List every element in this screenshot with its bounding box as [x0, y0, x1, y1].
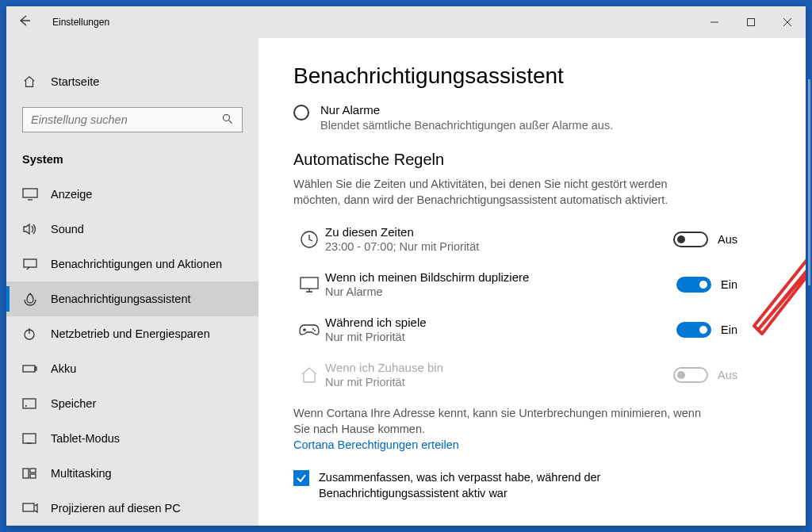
rule-label: Wenn ich Zuhause bin [325, 361, 673, 374]
svg-rect-6 [35, 367, 36, 370]
svg-rect-15 [301, 277, 318, 289]
sidebar-item-power[interactable]: Netzbetrieb und Energiesparen [6, 316, 259, 351]
svg-rect-5 [23, 366, 35, 372]
rule-home: Wenn ich Zuhause bin Nur mit Priorität A… [293, 361, 737, 388]
search-input-wrap[interactable] [22, 107, 243, 132]
toggle-label: Ein [721, 323, 737, 336]
sidebar-item-label: Anzeige [51, 188, 92, 201]
home-icon [22, 75, 51, 89]
maximize-button[interactable] [733, 6, 769, 38]
radio-desc: Blendet sämtliche Benachrichtigungen auß… [320, 119, 613, 132]
svg-point-17 [314, 330, 316, 331]
game-icon [293, 322, 325, 338]
toggle-home [673, 367, 708, 383]
sidebar-item-label: Benachrichtigungsassistent [51, 293, 191, 305]
sidebar-item-storage[interactable]: Speicher [6, 386, 259, 421]
focus-assist-icon [22, 292, 51, 306]
cortana-permissions-link[interactable]: Cortana Berechtigungen erteilen [293, 438, 771, 451]
svg-rect-3 [24, 259, 36, 267]
page-title: Benachrichtigungsassistent [293, 63, 771, 89]
sidebar-item-label: Tablet-Modus [51, 432, 120, 445]
settings-window: Einstellungen Startseite System [6, 6, 806, 526]
monitor-icon [293, 276, 325, 293]
window-title: Einstellungen [40, 17, 109, 28]
close-button[interactable] [769, 6, 806, 38]
svg-rect-9 [23, 434, 36, 443]
summary-checkbox-row[interactable]: Zusammenfassen, was ich verpasst habe, w… [293, 470, 706, 501]
rule-desc: 23:00 - 07:00; Nur mit Priorität [325, 240, 673, 253]
sidebar-item-battery[interactable]: Akku [6, 351, 259, 386]
sidebar-item-label: Netzbetrieb und Energiesparen [51, 327, 210, 340]
auto-rules-desc: Wählen Sie die Zeiten und Aktivitäten, b… [293, 177, 706, 208]
sidebar-item-notifications[interactable]: Benachrichtigungen und Aktionen [6, 247, 259, 281]
home-link[interactable]: Startseite [6, 63, 259, 99]
auto-rules-heading: Automatische Regeln [293, 151, 771, 169]
rule-desc: Nur mit Priorität [325, 331, 676, 343]
back-arrow-icon [17, 13, 32, 28]
sidebar: Startseite System Anzeige Sound [6, 38, 259, 526]
rule-gaming[interactable]: Während ich spiele Nur mit Priorität Ein [293, 316, 737, 343]
back-button[interactable] [17, 13, 40, 32]
search-icon [221, 113, 234, 128]
checkbox-label: Zusammenfassen, was ich verpasst habe, w… [319, 470, 706, 501]
priority-alarms-only-radio-row[interactable]: Nur Alarme Blendet sämtliche Benachricht… [293, 103, 706, 132]
battery-icon [22, 363, 51, 374]
content-pane[interactable]: Benachrichtigungsassistent Nur Alarme Bl… [259, 38, 806, 526]
sidebar-item-label: Akku [51, 362, 76, 375]
svg-point-8 [25, 405, 27, 407]
section-label: System [6, 145, 259, 177]
sidebar-item-sound[interactable]: Sound [6, 212, 259, 247]
radio-icon[interactable] [293, 105, 309, 121]
sound-icon [22, 223, 51, 235]
svg-rect-7 [23, 399, 36, 408]
svg-rect-2 [23, 189, 37, 197]
sidebar-item-label: Sound [51, 223, 84, 235]
checkbox-icon[interactable] [293, 470, 309, 486]
storage-icon [22, 398, 51, 409]
rule-label: Während ich spiele [325, 316, 676, 329]
sidebar-item-label: Multitasking [51, 467, 112, 480]
svg-rect-13 [23, 503, 34, 511]
rule-label: Zu diesen Zeiten [325, 225, 673, 239]
titlebar: Einstellungen [6, 6, 806, 38]
sidebar-item-label: Benachrichtigungen und Aktionen [51, 258, 222, 270]
desktop-scrollbar[interactable] [808, 79, 810, 285]
sidebar-item-display[interactable]: Anzeige [6, 177, 259, 212]
sidebar-item-multitask[interactable]: Multitasking [6, 456, 259, 491]
rule-desc: Nur Alarme [325, 285, 676, 298]
search-input[interactable] [31, 113, 221, 126]
sidebar-item-label: Projizieren auf diesen PC [51, 502, 181, 515]
multitask-icon [22, 468, 51, 479]
clock-icon [293, 229, 325, 250]
sidebar-item-label: Speicher [51, 397, 96, 410]
power-icon [22, 327, 51, 341]
home-icon [293, 366, 325, 385]
toggle-label: Ein [721, 278, 737, 291]
nav-list: Anzeige Sound Benachrichtigungen und Akt… [6, 177, 259, 526]
home-label: Startseite [51, 75, 99, 88]
toggle-label: Aus [718, 233, 737, 246]
rule-times[interactable]: Zu diesen Zeiten 23:00 - 07:00; Nur mit … [293, 225, 737, 253]
project-icon [22, 503, 51, 514]
minimize-button[interactable] [696, 6, 733, 38]
display-icon [22, 188, 51, 201]
svg-point-1 [223, 114, 229, 121]
sidebar-item-tablet[interactable]: Tablet-Modus [6, 421, 259, 456]
toggle-label: Aus [718, 369, 737, 381]
toggle-times[interactable] [673, 232, 708, 247]
radio-label: Nur Alarme [320, 103, 613, 117]
toggle-gaming[interactable] [676, 322, 711, 338]
rule-label: Wenn ich meinen Bildschirm dupliziere [325, 270, 676, 284]
notifications-icon [22, 258, 51, 270]
sidebar-item-project[interactable]: Projizieren auf diesen PC [6, 491, 259, 526]
svg-rect-12 [30, 474, 36, 478]
svg-point-16 [312, 328, 314, 330]
svg-rect-0 [748, 19, 755, 26]
svg-rect-11 [30, 469, 36, 473]
toggle-duplicate[interactable] [676, 277, 711, 293]
sidebar-item-focus-assist[interactable]: Benachrichtigungsassistent [6, 281, 259, 316]
rule-duplicate-display[interactable]: Wenn ich meinen Bildschirm dupliziere Nu… [293, 270, 737, 298]
rule-desc: Nur mit Priorität [325, 376, 673, 388]
tablet-icon [22, 433, 51, 444]
svg-rect-10 [23, 469, 29, 478]
